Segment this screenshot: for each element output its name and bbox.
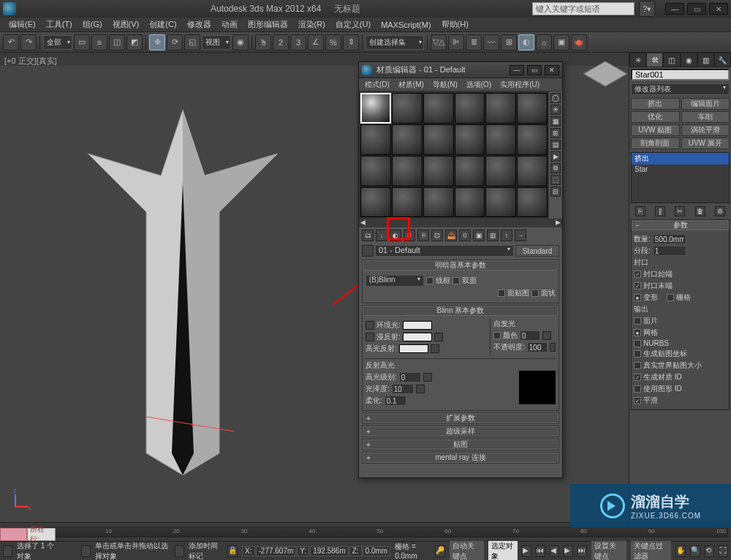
sample-slot[interactable]	[455, 124, 485, 155]
sample-slot-1[interactable]	[360, 93, 391, 124]
spec-level-map-icon[interactable]	[423, 373, 432, 382]
select-icon[interactable]: ▭	[74, 34, 90, 50]
out-nurbs-radio[interactable]	[634, 340, 641, 347]
cap-end-check[interactable]: ✓	[634, 282, 641, 290]
specular-map-icon[interactable]	[431, 344, 439, 353]
named-selection-dropdown[interactable]: 创建选择集	[366, 35, 424, 50]
tab-create-icon[interactable]: ✳	[629, 53, 646, 67]
sample-slot[interactable]	[423, 124, 454, 155]
faceted-check[interactable]	[531, 290, 539, 297]
snap-2d-icon[interactable]: 2	[273, 34, 289, 50]
tab-display-icon[interactable]: ▥	[697, 53, 714, 67]
ambient-swatch[interactable]	[403, 321, 432, 330]
facemap-check[interactable]	[498, 290, 505, 297]
autokey-button[interactable]: 自动关键点	[450, 541, 484, 561]
rollout-params-header[interactable]: 参数	[632, 220, 729, 230]
use-shape-check[interactable]	[634, 385, 641, 393]
help-search-input[interactable]: 键入关键字或短语	[532, 2, 635, 15]
menu-tools[interactable]: 工具(T)	[42, 18, 77, 31]
help-dropdown-icon[interactable]: ?▾	[639, 1, 655, 17]
undo-icon[interactable]: ↶	[3, 34, 19, 50]
menu-group[interactable]: 组(G)	[78, 18, 107, 31]
material-type-button[interactable]: Standard	[515, 245, 559, 257]
put-to-scene-icon[interactable]: ↓	[376, 230, 387, 241]
minimize-button[interactable]: —	[665, 3, 684, 15]
mat-maximize-button[interactable]: ▭	[527, 65, 542, 75]
btn-uvw-unwrap[interactable]: UVW 展开	[681, 137, 730, 149]
diffuse-lock-icon[interactable]	[366, 333, 374, 341]
modifier-stack[interactable]: 挤出 Star	[631, 152, 730, 203]
next-frame-icon[interactable]: ▶	[564, 545, 573, 557]
window-crossing-icon[interactable]: ◩	[126, 34, 143, 50]
render-icon[interactable]: 🫖	[571, 34, 587, 50]
time-tag-icon[interactable]	[175, 545, 184, 557]
morph-radio[interactable]: ●	[634, 294, 641, 301]
mat-minimize-button[interactable]: —	[510, 65, 524, 75]
maximize-button[interactable]: ▭	[687, 3, 706, 15]
configure-icon[interactable]: ⚙	[715, 206, 725, 216]
blinn-params-header[interactable]: Blinn 基本参数	[363, 306, 558, 316]
curve-editor-icon[interactable]: 〰	[483, 34, 499, 50]
sample-slot[interactable]	[423, 187, 454, 218]
show-in-vp-icon[interactable]: ▣	[473, 230, 485, 241]
sample-slot[interactable]	[517, 156, 548, 186]
maximize-vp-icon[interactable]: ⛶	[719, 545, 728, 557]
sample-slot[interactable]	[517, 124, 548, 155]
show-result-icon[interactable]: ∥	[655, 206, 665, 216]
wire-check[interactable]	[426, 277, 433, 284]
btn-edit-patch[interactable]: 编辑面片	[681, 98, 730, 110]
menu-customize[interactable]: 自定义(U)	[331, 18, 375, 31]
sample-slot[interactable]	[517, 93, 548, 124]
sample-slot[interactable]	[485, 124, 516, 155]
cap-start-check[interactable]: ✓	[634, 270, 641, 278]
schematic-icon[interactable]: ⊞	[501, 34, 517, 50]
menu-help[interactable]: 帮助(H)	[437, 18, 473, 31]
rotate-icon[interactable]: ⟳	[167, 34, 183, 50]
sample-slot[interactable]	[360, 187, 391, 218]
btn-lathe[interactable]: 车削	[681, 111, 730, 123]
btn-turbosmooth[interactable]: 涡轮平滑	[681, 124, 730, 136]
gen-mat-check[interactable]: ✓	[634, 374, 641, 381]
shader-dropdown[interactable]: (B)Blinn	[366, 275, 424, 287]
options-icon[interactable]: ⚙	[550, 163, 561, 173]
select-by-mat-icon[interactable]: ⬚	[550, 175, 561, 185]
add-time-tag[interactable]: 添加时间标记	[189, 541, 223, 561]
sample-slot[interactable]	[423, 93, 454, 124]
sample-slot[interactable]	[392, 187, 423, 218]
play-icon[interactable]: ▶	[522, 545, 531, 557]
pick-material-icon[interactable]	[362, 245, 374, 257]
object-name-input[interactable]	[631, 69, 730, 80]
layer-icon[interactable]: ≣	[466, 34, 482, 50]
tab-hierarchy-icon[interactable]: ◫	[663, 53, 680, 67]
sample-slot[interactable]	[517, 187, 548, 218]
menu-maxscript[interactable]: MAXScript(M)	[376, 19, 435, 31]
get-material-icon[interactable]: 🗂	[362, 230, 374, 241]
sample-slot[interactable]	[392, 124, 423, 155]
sample-slot[interactable]	[485, 187, 516, 218]
close-button[interactable]: ✕	[709, 3, 728, 15]
material-name-dropdown[interactable]: 01 - Default	[375, 245, 514, 257]
scale-icon[interactable]: ◱	[184, 34, 200, 50]
spinner-snap-icon[interactable]: ⇕	[343, 34, 359, 50]
smooth-check[interactable]: ✓	[634, 397, 641, 404]
real-uv-check[interactable]	[634, 362, 641, 369]
select-name-icon[interactable]: ≡	[91, 34, 107, 50]
put-to-lib-icon[interactable]: 📥	[445, 230, 457, 241]
assign-to-sel-icon[interactable]: ◐	[390, 230, 401, 241]
tab-motion-icon[interactable]: ◉	[681, 53, 697, 67]
sample-slot[interactable]	[360, 156, 391, 186]
menu-animation[interactable]: 动画	[217, 18, 242, 31]
mat-menu-material[interactable]: 材质(M)	[395, 79, 427, 91]
pivot-icon[interactable]: ◉	[232, 34, 249, 50]
amount-spinner[interactable]	[653, 234, 686, 244]
sample-type-icon[interactable]: ◯	[550, 93, 561, 103]
lock-selection-icon[interactable]	[3, 545, 12, 557]
diffuse-map-icon[interactable]	[434, 333, 443, 341]
mat-menu-options[interactable]: 选项(O)	[463, 79, 494, 91]
viewcube[interactable]	[588, 57, 623, 92]
selfillum-color-check[interactable]	[493, 332, 501, 339]
opacity-map-icon[interactable]	[550, 343, 556, 352]
pan-icon[interactable]: ✋	[675, 545, 686, 557]
tab-utilities-icon[interactable]: 🔧	[714, 53, 731, 67]
show-end-icon[interactable]: ▥	[487, 230, 499, 241]
